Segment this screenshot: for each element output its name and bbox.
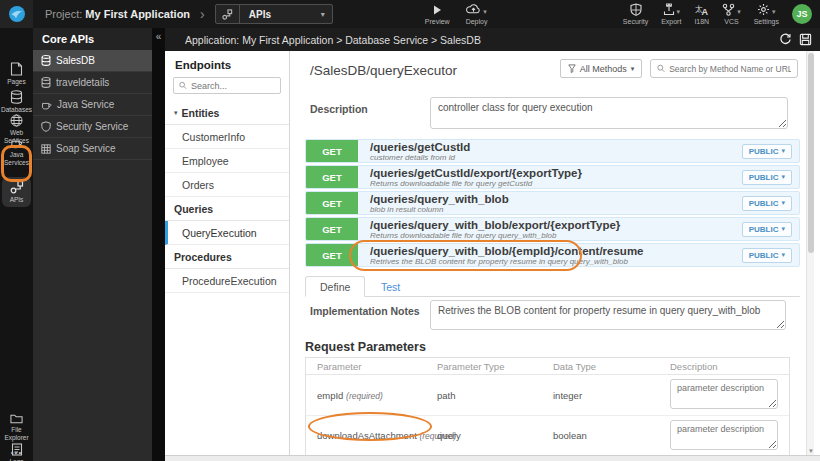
database-icon bbox=[41, 77, 51, 88]
section-entities[interactable]: ▾ Entities bbox=[165, 101, 289, 125]
export-button[interactable]: ▾ Export bbox=[661, 3, 681, 25]
endpoint-item-customerinfo[interactable]: CustomerInfo bbox=[165, 125, 289, 149]
settings-button[interactable]: ▾ Settings bbox=[754, 3, 779, 25]
sidebar-item-file-explorer[interactable]: File Explorer bbox=[0, 413, 33, 442]
service-item-java-service[interactable]: Java Service bbox=[33, 94, 152, 116]
access-dropdown[interactable]: PUBLIC▾ bbox=[742, 222, 792, 237]
column-header: Description bbox=[658, 361, 789, 372]
endpoint-path: /queries/query_with_blob bbox=[370, 193, 742, 206]
method-badge: GET bbox=[306, 218, 358, 240]
endpoint-row[interactable]: GET /queries/getCustId/export/{exportTyp… bbox=[305, 165, 800, 189]
branch-icon bbox=[722, 3, 735, 16]
service-item-soap-service[interactable]: Soap Service bbox=[33, 138, 152, 160]
save-icon[interactable] bbox=[799, 33, 812, 46]
method-badge: GET bbox=[306, 140, 358, 162]
coffee-cup-icon bbox=[41, 100, 52, 110]
database-icon bbox=[41, 55, 51, 66]
preview-button[interactable]: Preview bbox=[425, 4, 450, 25]
play-icon bbox=[431, 4, 443, 16]
table-header-row: Parameter Parameter Type Data Type Descr… bbox=[306, 358, 789, 375]
shield-icon bbox=[41, 121, 51, 132]
endpoint-row[interactable]: GET /queries/getCustId customer details … bbox=[305, 139, 800, 163]
user-avatar[interactable]: JS bbox=[792, 4, 812, 24]
resource-selector[interactable]: APIs ▾ bbox=[215, 4, 333, 24]
apis-icon bbox=[216, 5, 240, 23]
cloud-upload-icon bbox=[466, 3, 481, 15]
deploy-button[interactable]: ▾ Deploy bbox=[466, 3, 488, 25]
endpoint-summary: Retrives the BLOB content for property r… bbox=[370, 258, 742, 266]
topbar-right-cluster: Security ▾ Export 太A I18N ▾ bbox=[623, 3, 820, 25]
app-logo[interactable] bbox=[0, 0, 33, 28]
description-label: Description bbox=[310, 103, 368, 115]
endpoint-row[interactable]: GET /queries/query_with_blob blob in res… bbox=[305, 191, 800, 215]
request-parameters-title: Request Parameters bbox=[305, 340, 426, 354]
description-textarea[interactable]: controller class for query execution bbox=[430, 97, 788, 129]
service-item-salesdb[interactable]: SalesDB bbox=[33, 50, 152, 72]
endpoints-search[interactable] bbox=[173, 77, 281, 94]
access-dropdown[interactable]: PUBLIC▾ bbox=[742, 196, 792, 211]
endpoint-path: /queries/query_with_blob/{empId}/content… bbox=[370, 245, 742, 258]
access-dropdown[interactable]: PUBLIC▾ bbox=[742, 248, 792, 263]
column-header: Data Type bbox=[542, 361, 658, 372]
service-item-traveldetails[interactable]: traveldetails bbox=[33, 72, 152, 94]
endpoint-row-highlighted[interactable]: GET /queries/query_with_blob/{empId}/con… bbox=[305, 243, 800, 267]
endpoint-item-orders[interactable]: Orders bbox=[165, 173, 289, 197]
project-name: Project: My First Application bbox=[45, 8, 190, 20]
param-description-textarea[interactable] bbox=[670, 420, 778, 450]
tab-test[interactable]: Test bbox=[367, 276, 414, 297]
param-type: path bbox=[426, 390, 542, 401]
folder-icon bbox=[10, 413, 23, 424]
endpoint-item-employee[interactable]: Employee bbox=[165, 149, 289, 173]
endpoint-summary: customer details from id bbox=[370, 154, 742, 162]
endpoints-panel: Endpoints ▾ Entities CustomerInfo Employ… bbox=[165, 51, 290, 455]
service-item-security-service[interactable]: Security Service bbox=[33, 116, 152, 138]
access-dropdown[interactable]: PUBLIC▾ bbox=[742, 170, 792, 185]
sidebar-item-databases[interactable]: Databases bbox=[0, 90, 33, 114]
translate-icon: 太A bbox=[695, 3, 709, 16]
methods-filter-dropdown[interactable]: All Methods ▾ bbox=[560, 59, 642, 78]
search-icon bbox=[657, 64, 665, 73]
sidebar-item-apis[interactable]: APIs bbox=[2, 177, 31, 207]
i18n-button[interactable]: 太A I18N bbox=[694, 3, 709, 25]
selector-label: APIs bbox=[240, 9, 321, 20]
funnel-icon bbox=[568, 64, 576, 73]
param-description-textarea[interactable] bbox=[670, 379, 778, 409]
chevron-down-icon: ▾ bbox=[483, 8, 487, 16]
tab-define[interactable]: Define bbox=[305, 276, 365, 297]
page-title: /SalesDB/queryExecutor bbox=[310, 63, 457, 78]
scrollbar-thumb[interactable] bbox=[808, 53, 814, 253]
endpoint-row[interactable]: GET /queries/query_with_blob/export/{exp… bbox=[305, 217, 800, 241]
method-search[interactable] bbox=[650, 59, 798, 78]
param-data-type: integer bbox=[542, 390, 658, 401]
method-search-input[interactable] bbox=[669, 64, 791, 74]
caret-down-icon: ▾ bbox=[781, 199, 785, 207]
soap-icon bbox=[41, 144, 51, 154]
section-queries: Queries bbox=[165, 197, 289, 221]
scroll-down-icon[interactable]: ▼ bbox=[807, 448, 815, 454]
endpoint-path: /queries/getCustId bbox=[370, 141, 742, 154]
security-button[interactable]: Security bbox=[623, 3, 648, 25]
section-procedures: Procedures bbox=[165, 245, 289, 269]
implementation-notes-textarea[interactable]: Retrives the BLOB content for property r… bbox=[430, 300, 786, 330]
page-icon bbox=[10, 62, 23, 76]
caret-down-icon: ▾ bbox=[781, 147, 785, 155]
endpoint-item-procedureexecution[interactable]: ProcedureExecution bbox=[165, 269, 289, 293]
endpoint-summary: blob in result column bbox=[370, 206, 742, 214]
endpoint-path: /queries/query_with_blob/export/{exportT… bbox=[370, 219, 742, 232]
sidebar-item-java-services[interactable]: Java Services bbox=[0, 137, 33, 167]
sidebar-item-pages[interactable]: Pages bbox=[0, 62, 33, 86]
access-dropdown[interactable]: PUBLIC▾ bbox=[742, 144, 792, 159]
more-icon[interactable]: ••• bbox=[0, 448, 33, 457]
refresh-icon[interactable] bbox=[779, 33, 792, 46]
endpoint-list: GET /queries/getCustId customer details … bbox=[305, 139, 800, 269]
endpoints-search-input[interactable] bbox=[191, 81, 275, 91]
param-name: empId (required) bbox=[306, 390, 426, 401]
param-type: query bbox=[426, 430, 542, 441]
vcs-button[interactable]: ▾ VCS bbox=[722, 3, 741, 25]
coffee-cup-icon bbox=[10, 137, 23, 149]
endpoint-item-queryexecution[interactable]: QueryExecution bbox=[165, 221, 289, 245]
param-name: downloadAsAttachment (required) bbox=[306, 430, 426, 441]
chevron-down-icon: ▾ bbox=[737, 8, 741, 16]
collapse-icon[interactable]: « bbox=[152, 28, 165, 42]
chevron-right-icon: › bbox=[200, 7, 205, 21]
